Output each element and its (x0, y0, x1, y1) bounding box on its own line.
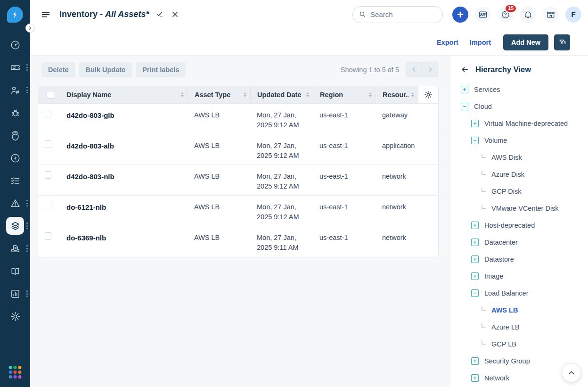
sidebar-item-tickets[interactable] (0, 56, 30, 79)
table-row[interactable]: do-6369-nlb AWS LB Mon, 27 Jan, 2025 9:1… (38, 226, 438, 257)
chevron-left-icon (411, 66, 417, 73)
sidebar-item-dashboard[interactable] (0, 33, 30, 56)
select-all-checkbox[interactable] (38, 86, 60, 103)
expand-icon[interactable]: + (471, 272, 479, 280)
help-button[interactable]: 15 (498, 7, 514, 23)
sort-icon[interactable] (244, 92, 246, 97)
export-link[interactable]: Export (437, 39, 458, 46)
tree-item-image[interactable]: +Image (450, 268, 588, 285)
next-page-button[interactable] (422, 62, 439, 77)
delete-button[interactable]: Delete (41, 62, 75, 77)
menu-icon[interactable] (41, 9, 51, 20)
expand-icon[interactable]: + (471, 374, 479, 382)
search-input[interactable] (370, 10, 437, 18)
asset-name[interactable]: d42do-803-nlb (60, 165, 188, 195)
tree-item-gcp-lb[interactable]: GCP LB (450, 336, 588, 353)
tree-item-services[interactable]: +Services (450, 81, 588, 98)
prev-page-button[interactable] (406, 62, 422, 77)
tree-item-azure-disk[interactable]: Azure Disk (450, 166, 588, 183)
sidebar-expand-button[interactable] (25, 24, 34, 33)
scroll-to-top-button[interactable] (562, 363, 581, 382)
tree-item-aws-disk[interactable]: AWS Disk (450, 149, 588, 166)
filter-button[interactable] (554, 34, 570, 50)
kebab-menu-icon[interactable] (25, 244, 29, 253)
column-header-display-name[interactable]: Display Name (60, 86, 188, 103)
import-link[interactable]: Import (470, 39, 491, 46)
tree-item-azure-lb[interactable]: Azure LB (450, 319, 588, 336)
app-logo[interactable] (7, 7, 23, 23)
sort-icon[interactable] (181, 92, 184, 97)
sidebar-item-assets[interactable] (0, 214, 30, 237)
tree-item-virtual-machine-deprecated[interactable]: +Virtual Machine-deprecated (450, 115, 588, 132)
marketplace-button[interactable] (543, 7, 559, 23)
sidebar-item-analytics[interactable] (0, 282, 30, 305)
checkbox[interactable] (45, 171, 51, 179)
expand-icon[interactable]: + (471, 255, 479, 263)
sidebar-item-automation[interactable] (0, 147, 30, 169)
back-arrow-icon[interactable] (460, 65, 469, 74)
checkbox[interactable] (45, 202, 51, 209)
tree-item-datacenter[interactable]: +Datacenter (450, 234, 588, 251)
user-avatar[interactable]: F (565, 7, 581, 23)
sidebar-item-alerts[interactable] (0, 192, 30, 214)
column-settings-button[interactable] (418, 86, 438, 103)
table-row[interactable]: d42do-803-nlb AWS LB Mon, 27 Jan, 2025 9… (38, 165, 438, 196)
column-header-updated-date[interactable]: Updated Date (250, 86, 313, 103)
app-switcher-icon[interactable] (9, 366, 22, 379)
bulk-update-button[interactable]: Bulk Update (79, 62, 132, 77)
collapse-icon[interactable]: − (461, 103, 468, 110)
contact-card-button[interactable] (475, 7, 491, 23)
checkbox[interactable] (47, 91, 54, 99)
table-row[interactable]: d42do-803-glb AWS LB Mon, 27 Jan, 2025 9… (38, 104, 438, 134)
asset-name[interactable]: do-6121-nlb (60, 196, 188, 226)
sidebar-item-checklist[interactable] (0, 169, 30, 192)
tree-item-cloud[interactable]: −Cloud (450, 98, 588, 115)
print-labels-button[interactable]: Print labels (136, 62, 186, 77)
sidebar-item-user-sync[interactable] (0, 79, 30, 101)
tree-item-datastore[interactable]: +Datastore (450, 251, 588, 268)
asset-name[interactable]: d42do-803-glb (60, 104, 188, 134)
table-row[interactable]: d42do-803-alb AWS LB Mon, 27 Jan, 2025 9… (38, 134, 438, 165)
checkbox[interactable] (45, 232, 51, 240)
tree-item-host-deprecated[interactable]: +Host-deprecated (450, 217, 588, 234)
kebab-menu-icon[interactable] (25, 63, 29, 72)
column-header-asset-type[interactable]: Asset Type (188, 86, 250, 103)
expand-icon[interactable]: + (471, 222, 479, 229)
collapse-icon[interactable]: − (471, 137, 479, 144)
sort-icon[interactable] (369, 92, 372, 97)
tree-item-load-balancer[interactable]: −Load Balancer (450, 285, 588, 302)
add-new-button[interactable]: Add New (503, 34, 548, 50)
tree-item-gcp-disk[interactable]: GCP Disk (450, 183, 588, 200)
expand-icon[interactable]: + (461, 86, 468, 93)
collapse-icon[interactable]: − (471, 289, 479, 297)
sort-icon[interactable] (306, 92, 309, 97)
expand-icon[interactable]: + (471, 239, 479, 246)
checkbox[interactable] (45, 110, 51, 117)
table-row[interactable]: do-6121-nlb AWS LB Mon, 27 Jan, 2025 9:1… (38, 196, 438, 226)
asset-name[interactable]: d42do-803-alb (60, 134, 188, 165)
sidebar-item-document-tray[interactable] (0, 237, 30, 260)
tree-item-aws-lb[interactable]: AWS LB (450, 302, 588, 319)
sidebar-item-settings[interactable] (0, 305, 30, 328)
notifications-button[interactable] (520, 7, 536, 23)
kebab-menu-icon[interactable] (25, 289, 29, 298)
checkbox[interactable] (45, 140, 51, 148)
tree-item-vmware-vcenter-disk[interactable]: VMware VCenter Disk (450, 200, 588, 217)
sort-icon[interactable] (411, 92, 414, 97)
close-view-icon[interactable] (171, 10, 179, 18)
kebab-menu-icon[interactable] (25, 86, 29, 94)
column-header-resource[interactable]: Resour... (376, 86, 418, 103)
expand-icon[interactable]: + (471, 357, 479, 365)
column-header-region[interactable]: Region (313, 86, 376, 103)
quick-add-button[interactable]: + (452, 7, 468, 23)
kebab-menu-icon[interactable] (25, 222, 29, 230)
sidebar-item-shield[interactable] (0, 124, 30, 147)
expand-icon[interactable]: + (471, 120, 479, 127)
save-view-icon[interactable] (155, 10, 164, 19)
sidebar-item-knowledge-book[interactable] (0, 260, 30, 282)
global-search[interactable] (352, 6, 443, 23)
tree-item-volume[interactable]: −Volume (450, 132, 588, 149)
kebab-menu-icon[interactable] (25, 199, 29, 207)
asset-name[interactable]: do-6369-nlb (60, 226, 188, 257)
sidebar-item-bug[interactable] (0, 101, 30, 124)
